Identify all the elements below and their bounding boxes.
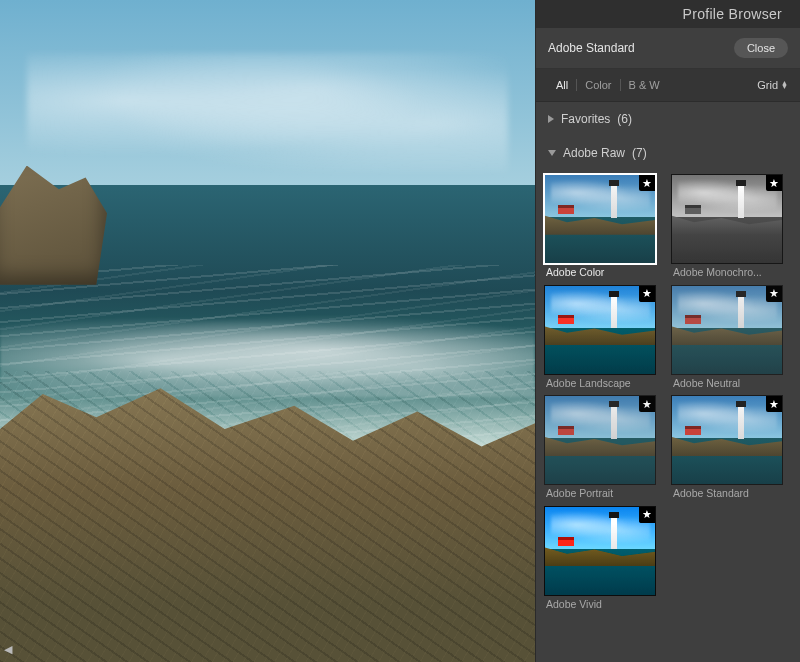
profile-label: Adobe Vivid bbox=[544, 599, 665, 611]
profile-tile[interactable]: ★Adobe Neutral bbox=[671, 285, 792, 390]
adobe-raw-label: Adobe Raw bbox=[563, 146, 625, 160]
profile-header-bar: Adobe Standard Close bbox=[536, 28, 800, 69]
favorite-star-icon[interactable]: ★ bbox=[639, 396, 655, 412]
profile-thumbnail[interactable]: ★ bbox=[544, 506, 656, 596]
profile-tile[interactable]: ★Adobe Landscape bbox=[544, 285, 665, 390]
profile-label: Adobe Neutral bbox=[671, 378, 792, 390]
section-favorites[interactable]: Favorites (6) bbox=[536, 102, 800, 136]
profile-tile[interactable]: ★Adobe Standard bbox=[671, 395, 792, 500]
preview-clouds bbox=[27, 53, 509, 172]
adobe-raw-count: (7) bbox=[632, 146, 647, 160]
profile-thumbnail[interactable]: ★ bbox=[544, 395, 656, 485]
filter-bar: All Color B & W Grid ▲▼ bbox=[536, 69, 800, 102]
app-root: ◀ Profile Browser Adobe Standard Close A… bbox=[0, 0, 800, 662]
profile-thumbnail[interactable]: ★ bbox=[671, 395, 783, 485]
favorite-star-icon[interactable]: ★ bbox=[766, 396, 782, 412]
profile-tile[interactable]: ★Adobe Monochro... bbox=[671, 174, 792, 279]
chevron-down-icon bbox=[548, 150, 556, 156]
profile-tile[interactable]: ★Adobe Vivid bbox=[544, 506, 665, 611]
favorites-count: (6) bbox=[617, 112, 632, 126]
current-profile-name: Adobe Standard bbox=[548, 41, 635, 55]
favorite-star-icon[interactable]: ★ bbox=[639, 507, 655, 523]
favorite-star-icon[interactable]: ★ bbox=[766, 175, 782, 191]
profile-tile[interactable]: ★Adobe Portrait bbox=[544, 395, 665, 500]
section-adobe-raw[interactable]: Adobe Raw (7) bbox=[536, 136, 800, 170]
profile-label: Adobe Portrait bbox=[544, 488, 665, 500]
view-mode-toggle[interactable]: Grid ▲▼ bbox=[757, 79, 788, 91]
image-preview[interactable]: ◀ bbox=[0, 0, 535, 662]
view-mode-label: Grid bbox=[757, 79, 778, 91]
tab-all[interactable]: All bbox=[548, 77, 576, 93]
favorites-label: Favorites bbox=[561, 112, 610, 126]
updown-icon: ▲▼ bbox=[781, 81, 788, 89]
profile-label: Adobe Landscape bbox=[544, 378, 665, 390]
preview-rocks-texture bbox=[0, 371, 535, 662]
close-button[interactable]: Close bbox=[734, 38, 788, 58]
profile-label: Adobe Standard bbox=[671, 488, 792, 500]
profile-thumbnail[interactable]: ★ bbox=[544, 174, 656, 264]
tab-color[interactable]: Color bbox=[577, 77, 619, 93]
favorite-star-icon[interactable]: ★ bbox=[639, 286, 655, 302]
tab-bw[interactable]: B & W bbox=[621, 77, 668, 93]
profile-thumbnail[interactable]: ★ bbox=[544, 285, 656, 375]
profile-label: Adobe Color bbox=[544, 267, 665, 279]
panel-title: Profile Browser bbox=[536, 0, 800, 28]
profile-browser-panel: Profile Browser Adobe Standard Close All… bbox=[535, 0, 800, 662]
chevron-right-icon bbox=[548, 115, 554, 123]
profile-thumbnail[interactable]: ★ bbox=[671, 174, 783, 264]
profile-tile[interactable]: ★Adobe Color bbox=[544, 174, 665, 279]
profile-label: Adobe Monochro... bbox=[671, 267, 792, 279]
favorite-star-icon[interactable]: ★ bbox=[766, 286, 782, 302]
profile-grid: ★Adobe Color★Adobe Monochro...★Adobe Lan… bbox=[536, 170, 800, 620]
favorite-star-icon[interactable]: ★ bbox=[639, 175, 655, 191]
profile-thumbnail[interactable]: ★ bbox=[671, 285, 783, 375]
expand-panel-icon[interactable]: ◀ bbox=[4, 643, 12, 656]
